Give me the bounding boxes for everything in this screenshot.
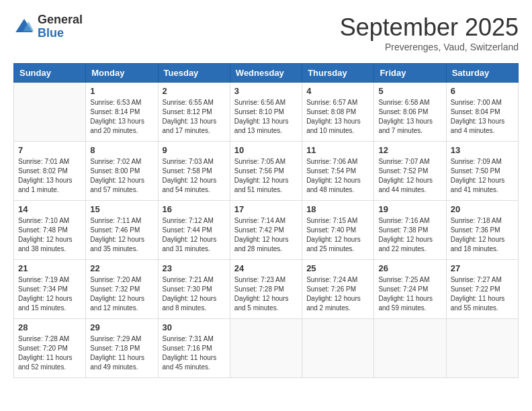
calendar-cell: 20Sunrise: 7:18 AM Sunset: 7:36 PM Dayli… [446,201,518,260]
day-number: 26 [378,263,441,273]
calendar-cell: 23Sunrise: 7:21 AM Sunset: 7:30 PM Dayli… [158,260,230,319]
day-number: 5 [378,86,441,96]
calendar-cell: 4Sunrise: 6:57 AM Sunset: 8:08 PM Daylig… [302,83,374,142]
calendar-cell: 21Sunrise: 7:19 AM Sunset: 7:34 PM Dayli… [14,260,86,319]
day-info: Sunrise: 7:10 AM Sunset: 7:48 PM Dayligh… [18,216,81,254]
day-info: Sunrise: 7:19 AM Sunset: 7:34 PM Dayligh… [18,275,81,313]
day-info: Sunrise: 6:56 AM Sunset: 8:10 PM Dayligh… [234,98,298,136]
day-number: 22 [90,263,153,273]
day-info: Sunrise: 7:16 AM Sunset: 7:38 PM Dayligh… [378,216,441,254]
calendar-cell: 6Sunrise: 7:00 AM Sunset: 8:04 PM Daylig… [446,83,518,142]
calendar-cell: 3Sunrise: 6:56 AM Sunset: 8:10 PM Daylig… [230,83,302,142]
day-number: 6 [451,86,514,96]
header-saturday: Saturday [446,64,518,83]
calendar-cell: 28Sunrise: 7:28 AM Sunset: 7:20 PM Dayli… [14,319,86,378]
day-number: 16 [163,204,226,214]
logo-icon [13,16,35,38]
location: Preverenges, Vaud, Switzerland [340,42,519,52]
day-info: Sunrise: 7:31 AM Sunset: 7:16 PM Dayligh… [163,334,226,372]
day-number: 24 [234,263,298,273]
day-info: Sunrise: 7:14 AM Sunset: 7:42 PM Dayligh… [234,216,298,254]
day-info: Sunrise: 7:09 AM Sunset: 7:50 PM Dayligh… [451,157,514,195]
day-number: 28 [18,322,81,332]
header-wednesday: Wednesday [230,64,302,83]
day-info: Sunrise: 6:53 AM Sunset: 8:14 PM Dayligh… [90,98,153,136]
day-info: Sunrise: 6:58 AM Sunset: 8:06 PM Dayligh… [378,98,441,136]
day-number: 3 [234,86,298,96]
calendar-cell [14,83,86,142]
calendar-cell: 17Sunrise: 7:14 AM Sunset: 7:42 PM Dayli… [230,201,302,260]
calendar-cell: 7Sunrise: 7:01 AM Sunset: 8:02 PM Daylig… [14,142,86,201]
header-thursday: Thursday [302,64,374,83]
day-number: 27 [451,263,514,273]
calendar-cell [446,319,518,378]
calendar-cell [302,319,374,378]
logo-general-text: General [38,13,83,27]
calendar-cell: 11Sunrise: 7:06 AM Sunset: 7:54 PM Dayli… [302,142,374,201]
week-row-4: 21Sunrise: 7:19 AM Sunset: 7:34 PM Dayli… [14,260,519,319]
calendar-cell: 1Sunrise: 6:53 AM Sunset: 8:14 PM Daylig… [86,83,158,142]
day-number: 23 [163,263,226,273]
day-info: Sunrise: 7:01 AM Sunset: 8:02 PM Dayligh… [18,157,81,195]
calendar-cell: 16Sunrise: 7:12 AM Sunset: 7:44 PM Dayli… [158,201,230,260]
day-number: 7 [18,145,81,155]
calendar-cell: 25Sunrise: 7:24 AM Sunset: 7:26 PM Dayli… [302,260,374,319]
day-number: 19 [378,204,441,214]
month-title: September 2025 [340,13,519,42]
day-number: 11 [306,145,369,155]
calendar-cell: 18Sunrise: 7:15 AM Sunset: 7:40 PM Dayli… [302,201,374,260]
day-number: 12 [378,145,441,155]
calendar-cell [230,319,302,378]
calendar-cell: 12Sunrise: 7:07 AM Sunset: 7:52 PM Dayli… [374,142,446,201]
day-info: Sunrise: 7:21 AM Sunset: 7:30 PM Dayligh… [163,275,226,313]
calendar-cell: 9Sunrise: 7:03 AM Sunset: 7:58 PM Daylig… [158,142,230,201]
title-block: September 2025 Preverenges, Vaud, Switze… [340,13,519,52]
calendar-cell: 5Sunrise: 6:58 AM Sunset: 8:06 PM Daylig… [374,83,446,142]
day-number: 10 [234,145,298,155]
calendar-cell: 22Sunrise: 7:20 AM Sunset: 7:32 PM Dayli… [86,260,158,319]
calendar-cell: 14Sunrise: 7:10 AM Sunset: 7:48 PM Dayli… [14,201,86,260]
calendar-cell: 29Sunrise: 7:29 AM Sunset: 7:18 PM Dayli… [86,319,158,378]
calendar-cell: 30Sunrise: 7:31 AM Sunset: 7:16 PM Dayli… [158,319,230,378]
day-info: Sunrise: 7:20 AM Sunset: 7:32 PM Dayligh… [90,275,153,313]
day-number: 17 [234,204,298,214]
logo: General Blue [13,13,83,40]
day-info: Sunrise: 7:02 AM Sunset: 8:00 PM Dayligh… [90,157,153,195]
header-monday: Monday [86,64,158,83]
calendar-table: SundayMondayTuesdayWednesdayThursdayFrid… [13,63,519,378]
day-info: Sunrise: 7:27 AM Sunset: 7:22 PM Dayligh… [451,275,514,313]
day-info: Sunrise: 7:29 AM Sunset: 7:18 PM Dayligh… [90,334,153,372]
day-number: 29 [90,322,153,332]
week-row-2: 7Sunrise: 7:01 AM Sunset: 8:02 PM Daylig… [14,142,519,201]
calendar-cell: 24Sunrise: 7:23 AM Sunset: 7:28 PM Dayli… [230,260,302,319]
day-number: 21 [18,263,81,273]
day-number: 8 [90,145,153,155]
logo-text: General Blue [38,13,83,40]
calendar-cell: 10Sunrise: 7:05 AM Sunset: 7:56 PM Dayli… [230,142,302,201]
header-friday: Friday [374,64,446,83]
day-number: 1 [90,86,153,96]
week-row-5: 28Sunrise: 7:28 AM Sunset: 7:20 PM Dayli… [14,319,519,378]
calendar-cell: 19Sunrise: 7:16 AM Sunset: 7:38 PM Dayli… [374,201,446,260]
calendar-cell: 2Sunrise: 6:55 AM Sunset: 8:12 PM Daylig… [158,83,230,142]
day-number: 14 [18,204,81,214]
day-number: 18 [306,204,369,214]
day-info: Sunrise: 6:55 AM Sunset: 8:12 PM Dayligh… [163,98,226,136]
page-header: General Blue September 2025 Preverenges,… [13,13,519,52]
day-number: 4 [306,86,369,96]
day-info: Sunrise: 7:03 AM Sunset: 7:58 PM Dayligh… [163,157,226,195]
day-number: 9 [163,145,226,155]
calendar-cell [374,319,446,378]
week-row-1: 1Sunrise: 6:53 AM Sunset: 8:14 PM Daylig… [14,83,519,142]
logo-blue-text: Blue [38,27,83,40]
day-info: Sunrise: 7:00 AM Sunset: 8:04 PM Dayligh… [451,98,514,136]
calendar-cell: 15Sunrise: 7:11 AM Sunset: 7:46 PM Dayli… [86,201,158,260]
day-info: Sunrise: 7:28 AM Sunset: 7:20 PM Dayligh… [18,334,81,372]
day-info: Sunrise: 7:05 AM Sunset: 7:56 PM Dayligh… [234,157,298,195]
day-info: Sunrise: 7:23 AM Sunset: 7:28 PM Dayligh… [234,275,298,313]
calendar-cell: 13Sunrise: 7:09 AM Sunset: 7:50 PM Dayli… [446,142,518,201]
day-info: Sunrise: 7:24 AM Sunset: 7:26 PM Dayligh… [306,275,369,313]
day-number: 20 [451,204,514,214]
day-info: Sunrise: 7:18 AM Sunset: 7:36 PM Dayligh… [451,216,514,254]
day-info: Sunrise: 7:15 AM Sunset: 7:40 PM Dayligh… [306,216,369,254]
